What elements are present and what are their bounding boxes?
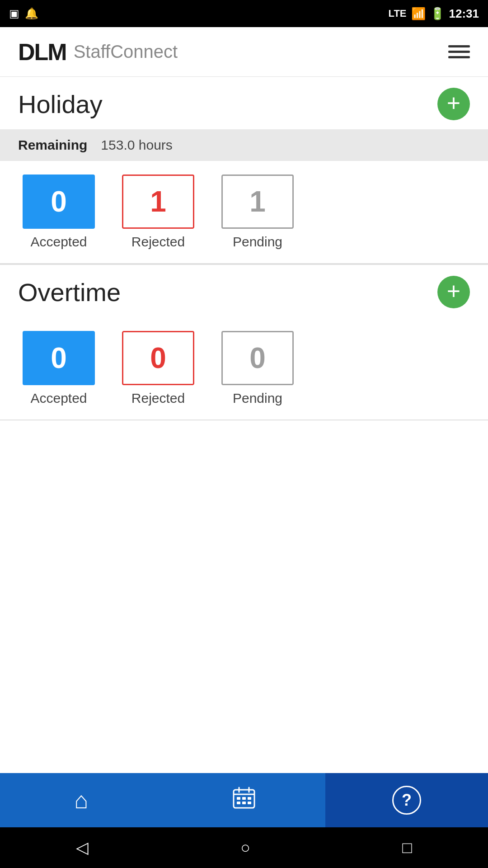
status-bar-left: ▣ 🔔 <box>9 7 38 20</box>
android-recent-button[interactable]: □ <box>402 838 412 857</box>
overtime-pending-value: 0 <box>249 341 266 375</box>
status-bar-right: LTE 📶 🔋 12:31 <box>389 7 479 21</box>
main-content: Holiday + Remaining 153.0 hours 0 Accept… <box>0 77 488 773</box>
holiday-accepted-value: 0 <box>51 185 67 218</box>
bottom-nav: ⌂ ? <box>0 773 488 827</box>
nav-calendar-button[interactable] <box>163 773 325 827</box>
android-nav-bar: ◁ ○ □ <box>0 827 488 868</box>
menu-line-2 <box>448 51 470 53</box>
holiday-add-button[interactable]: + <box>437 88 470 120</box>
empty-content-area <box>0 420 488 773</box>
svg-rect-9 <box>248 802 251 804</box>
holiday-pending-label: Pending <box>233 234 282 250</box>
holiday-rejected-box: 1 <box>122 175 194 229</box>
menu-line-1 <box>448 45 470 47</box>
holiday-rejected-label: Rejected <box>131 234 185 250</box>
holiday-section: Holiday + Remaining 153.0 hours 0 Accept… <box>0 77 488 264</box>
android-home-button[interactable]: ○ <box>240 838 250 857</box>
holiday-pending-value: 1 <box>249 185 266 218</box>
overtime-accepted-label: Accepted <box>30 391 87 406</box>
calendar-icon <box>232 786 256 815</box>
overtime-pending-box: 0 <box>221 331 294 385</box>
network-type: LTE <box>389 8 407 19</box>
signal-icon: 📶 <box>411 7 426 21</box>
overtime-rejected-item: 0 Rejected <box>117 331 199 406</box>
overtime-accepted-box: 0 <box>23 331 95 385</box>
logo-container: DLM StaffConnect <box>18 38 178 66</box>
battery-icon: 🔋 <box>430 7 445 21</box>
svg-rect-7 <box>237 802 240 804</box>
android-back-button[interactable]: ◁ <box>76 838 89 857</box>
logo-dlm: DLM <box>18 38 66 66</box>
holiday-stats-row: 0 Accepted 1 Rejected 1 Pending <box>0 161 488 263</box>
overtime-rejected-label: Rejected <box>131 391 185 406</box>
holiday-pending-box: 1 <box>221 175 294 229</box>
nav-home-button[interactable]: ⌂ <box>0 773 163 827</box>
overtime-section: Overtime + 0 Accepted 0 Rejected 0 <box>0 265 488 420</box>
holiday-rejected-value: 1 <box>150 185 166 218</box>
overtime-accepted-item: 0 Accepted <box>18 331 99 406</box>
overtime-rejected-box: 0 <box>122 331 194 385</box>
overtime-section-header: Overtime + <box>0 265 488 308</box>
home-icon: ⌂ <box>74 787 88 814</box>
status-bar: ▣ 🔔 LTE 📶 🔋 12:31 <box>0 0 488 27</box>
svg-rect-6 <box>248 797 251 800</box>
holiday-add-icon: + <box>447 91 460 115</box>
overtime-accepted-value: 0 <box>51 341 67 375</box>
overtime-rejected-value: 0 <box>150 341 166 375</box>
holiday-rejected-item: 1 Rejected <box>117 175 199 250</box>
nav-help-button[interactable]: ? <box>325 773 488 827</box>
holiday-section-header: Holiday + <box>0 77 488 120</box>
logo-staffconnect: StaffConnect <box>74 42 178 62</box>
help-question-mark: ? <box>402 791 412 810</box>
menu-button[interactable] <box>448 45 470 58</box>
remaining-value: 153.0 hours <box>101 137 172 153</box>
svg-rect-5 <box>242 797 246 800</box>
overtime-pending-item: 0 Pending <box>217 331 298 406</box>
svg-rect-8 <box>242 802 246 804</box>
holiday-accepted-item: 0 Accepted <box>18 175 99 250</box>
overtime-title: Overtime <box>18 278 121 307</box>
holiday-title: Holiday <box>18 90 103 119</box>
overtime-stats-row: 0 Accepted 0 Rejected 0 Pending <box>0 317 488 420</box>
holiday-accepted-box: 0 <box>23 175 95 229</box>
menu-line-3 <box>448 56 470 58</box>
holiday-remaining-bar: Remaining 153.0 hours <box>0 129 488 161</box>
sim-icon: ▣ <box>9 7 19 20</box>
overtime-pending-label: Pending <box>233 391 282 406</box>
svg-rect-4 <box>237 797 240 800</box>
holiday-accepted-label: Accepted <box>30 234 87 250</box>
overtime-add-icon: + <box>447 279 460 303</box>
overtime-add-button[interactable]: + <box>437 276 470 308</box>
notification-icon: 🔔 <box>25 7 38 20</box>
help-icon: ? <box>392 786 421 815</box>
app-header: DLM StaffConnect <box>0 27 488 77</box>
holiday-pending-item: 1 Pending <box>217 175 298 250</box>
remaining-label: Remaining <box>18 137 87 153</box>
time: 12:31 <box>449 7 479 21</box>
